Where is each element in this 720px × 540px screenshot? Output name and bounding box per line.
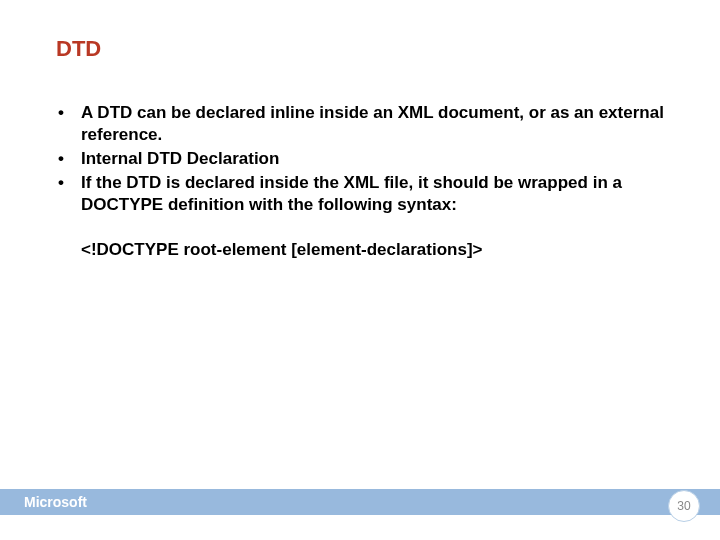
bullet-item: • If the DTD is declared inside the XML … — [56, 172, 675, 216]
bullet-list: • A DTD can be declared inline inside an… — [56, 102, 675, 216]
slide-title: DTD — [56, 36, 101, 62]
bullet-text: Internal DTD Declaration — [81, 148, 675, 170]
content-area: • A DTD can be declared inline inside an… — [56, 102, 675, 260]
page-number: 30 — [677, 499, 690, 513]
footer-bar: Microsoft — [0, 489, 720, 515]
bullet-text: If the DTD is declared inside the XML fi… — [81, 172, 675, 216]
bullet-item: • A DTD can be declared inline inside an… — [56, 102, 675, 146]
syntax-text: <!DOCTYPE root-element [element-declarat… — [81, 240, 482, 260]
page-number-badge: 30 — [668, 490, 700, 522]
syntax-line: <!DOCTYPE root-element [element-declarat… — [56, 240, 675, 260]
bullet-marker-icon: • — [56, 172, 81, 216]
bullet-marker-icon: • — [56, 148, 81, 170]
bullet-item: • Internal DTD Declaration — [56, 148, 675, 170]
microsoft-logo: Microsoft — [24, 494, 87, 510]
bullet-text: A DTD can be declared inline inside an X… — [81, 102, 675, 146]
bullet-marker-icon: • — [56, 102, 81, 146]
syntax-spacer — [56, 240, 81, 260]
